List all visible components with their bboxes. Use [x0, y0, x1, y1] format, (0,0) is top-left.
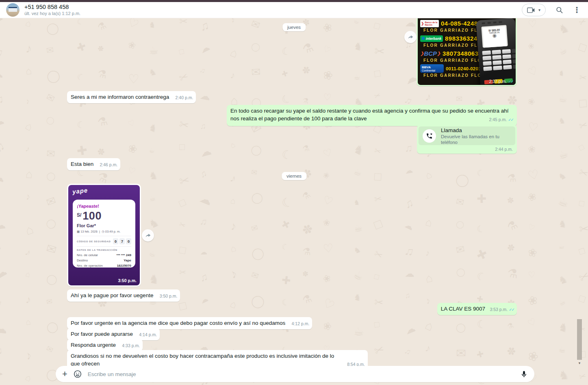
- calendar-icon: ▦: [77, 230, 80, 233]
- chat-area: ☁⌂◯☾⚗♡♞✂♫♪✉✚✽❀☕□☁⌂◯☾⚗♡♞✂♫♪✉✚✽❀☕□☁⌂◯☾⚗♡♞✂…: [0, 18, 588, 385]
- banco-nacion-logo: ❯Banco de la Nación: [420, 20, 439, 27]
- chat-header: +51 950 858 458 últ. vez hoy a la(s) 1:1…: [0, 2, 588, 18]
- message-bubble-incoming[interactable]: Ahí ya le pague por favor uegente 3:50 p…: [67, 289, 180, 302]
- tx-value: *** *** 249: [117, 252, 131, 258]
- date-separator-friday: viernes: [282, 172, 306, 180]
- attach-plus-icon[interactable]: +: [62, 370, 67, 378]
- payment-date: 13 feb. 2026: [80, 230, 98, 233]
- message-input[interactable]: [88, 371, 514, 377]
- read-receipt-icon: ✓✓: [508, 79, 513, 84]
- message-bubble-incoming[interactable]: Por favor urgente en la agencia me dice …: [67, 317, 312, 329]
- contact-avatar[interactable]: [6, 3, 20, 17]
- yape-title: ¡Yapeaste!: [77, 204, 131, 209]
- microphone-icon[interactable]: [520, 370, 528, 378]
- clock-icon: ◷: [102, 230, 104, 233]
- message-bubble-incoming[interactable]: Responda urgente 4:33 p.m.: [67, 339, 143, 351]
- contact-name: +51 950 858 458: [24, 4, 80, 11]
- video-call-button[interactable]: ▾: [522, 4, 546, 16]
- payee-name: Flor Gar*: [77, 223, 131, 228]
- bcp-logo: ❯BCP❯: [420, 50, 440, 57]
- scrollbar-thumb[interactable]: [577, 319, 582, 360]
- tx-label: Nro. de celular: [77, 252, 98, 258]
- tx-label: Nro. de operación: [77, 263, 103, 268]
- message-bubble-incoming[interactable]: Por favor puede apurarse 4:14 p.m.: [67, 328, 160, 340]
- message-time: 2:40 p.m.: [176, 94, 193, 102]
- message-time: 2:45 p.m.: [489, 116, 507, 124]
- message-composer: +: [56, 366, 534, 382]
- message-bubble-outgoing[interactable]: LA CLAV ES 9007 3:53 p.m.✓✓: [437, 303, 517, 315]
- contact-info[interactable]: +51 950 858 458 últ. vez hoy a la(s) 1:1…: [24, 4, 80, 16]
- currency: S/: [77, 212, 81, 218]
- message-bubble-incoming[interactable]: Esta bien 2:46 p.m.: [67, 158, 120, 170]
- message-image-bank-accounts[interactable]: ❯Banco de la Nación 04-085-424896 FLOR G…: [417, 18, 517, 86]
- message-text: Grandiosos si no me devuelven el costo b…: [71, 353, 334, 367]
- message-text: En todo caso recargar su yape el saldo r…: [230, 108, 508, 122]
- whatsapp-window: +51 950 858 458 últ. vez hoy a la(s) 1:1…: [0, 0, 588, 385]
- message-time: 4:14 p.m.: [139, 331, 157, 339]
- transaction-data-label: DATOS DE LA TRANSACCIÓN: [77, 249, 131, 251]
- message-text: LA CLAV ES 9007: [441, 306, 485, 312]
- message-time: 4:33 p.m.: [122, 342, 140, 350]
- message-time: 2:44 p.m.: [495, 147, 513, 152]
- emoji-picker-icon[interactable]: [73, 370, 82, 378]
- callback-phone-icon: [423, 129, 436, 143]
- tx-value: 18225070: [117, 263, 131, 268]
- forward-icon[interactable]: [404, 31, 417, 43]
- caret-down-icon: ▾: [538, 8, 540, 12]
- message-text: Seres a mi me informaron contraentrega: [71, 94, 169, 100]
- tx-label: Destino: [77, 258, 88, 263]
- bank-accounts-image[interactable]: ❯Banco de la Nación 04-085-424896 FLOR G…: [418, 18, 516, 85]
- yape-receipt-image[interactable]: yape ¡Yapeaste! S/ 100 Flor Gar* ▦ 13 fe…: [68, 185, 140, 285]
- payment-hour: 03:49 p. m.: [105, 230, 121, 233]
- search-icon[interactable]: [555, 6, 563, 14]
- scroll-down-icon[interactable]: ▾: [577, 361, 582, 365]
- yape-logo: yape: [72, 187, 88, 195]
- message-time: 2:37 p.m.: [489, 79, 507, 84]
- message-time: 4:12 p.m.: [292, 320, 310, 328]
- menu-icon[interactable]: ⋮: [573, 6, 581, 14]
- contact-last-seen: últ. vez hoy a la(s) 1:12 p.m.: [24, 11, 80, 16]
- message-text: Por favor puede apurarse: [71, 331, 133, 337]
- security-code: 0 7 0: [113, 238, 131, 244]
- security-code-label: CÓDIGO DE SEGURIDAD: [77, 240, 111, 243]
- call-subtitle: Devuelve las llamadas en tu teléfono: [441, 134, 511, 145]
- pos-terminal-graphic: S/ 585.00 TARJETA ◉: [476, 18, 516, 85]
- call-title: Llamada: [441, 127, 511, 134]
- avatar-photo: [9, 7, 17, 12]
- message-text: Ahí ya le pague por favor uegente: [71, 292, 153, 298]
- read-receipt-icon: ✓✓: [508, 116, 513, 124]
- message-time: 3:53 p.m.: [490, 306, 508, 313]
- message-time: 3:50 p.m.: [118, 278, 137, 283]
- message-time: 2:46 p.m.: [100, 161, 118, 169]
- amount: 100: [82, 211, 102, 222]
- tx-value: Yape: [124, 258, 131, 263]
- message-text: Responda urgente: [71, 342, 116, 348]
- bbva-logo: BBVAContinental: [420, 64, 444, 73]
- forward-icon[interactable]: [142, 229, 154, 241]
- message-text: Por favor urgente en la agencia me dice …: [71, 320, 285, 326]
- date-separator-thursday: jueves: [282, 23, 306, 31]
- message-bubble-outgoing[interactable]: En todo caso recargar su yape el saldo r…: [227, 105, 517, 126]
- message-image-yape-receipt[interactable]: yape ¡Yapeaste! S/ 100 Flor Gar* ▦ 13 fe…: [67, 184, 141, 287]
- message-text: Esta bien: [71, 161, 93, 167]
- video-camera-icon: [527, 7, 535, 13]
- message-time: 3:50 p.m.: [160, 292, 178, 300]
- message-bubble-incoming[interactable]: Seres a mi me informaron contraentrega 2…: [67, 91, 196, 103]
- read-receipt-icon: ✓✓: [509, 306, 514, 313]
- message-call-card[interactable]: Llamada Devuelve las llamadas en tu telé…: [417, 125, 517, 154]
- interbank-logo: interbank: [420, 35, 443, 42]
